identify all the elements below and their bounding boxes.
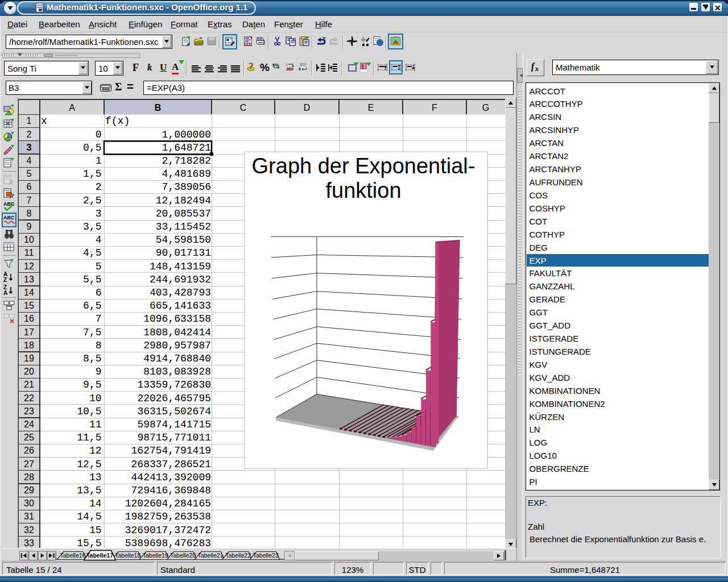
svg-text:10,5: 10,5 (77, 406, 101, 417)
svg-text:4,481689: 4,481689 (162, 168, 211, 180)
svg-text:Tabelle23: Tabelle23 (253, 552, 279, 559)
svg-text:25: 25 (24, 433, 34, 442)
svg-text:9,5: 9,5 (83, 379, 101, 390)
svg-text:.000: .000 (299, 63, 307, 66)
svg-text:13,5: 13,5 (77, 485, 101, 496)
svg-text:14: 14 (24, 288, 34, 297)
svg-text:54,598150: 54,598150 (156, 234, 211, 246)
svg-text:442413,392009: 442413,392009 (131, 472, 211, 483)
svg-text:F: F (432, 103, 437, 113)
svg-text:15: 15 (24, 301, 34, 310)
svg-text:Tabelle19: Tabelle19 (143, 552, 168, 559)
svg-text:13: 13 (89, 472, 102, 483)
svg-text:9: 9 (96, 366, 102, 377)
svg-text:2: 2 (96, 181, 102, 193)
svg-text:3: 3 (96, 208, 102, 219)
svg-text:31: 31 (24, 512, 34, 521)
svg-text:4: 4 (96, 234, 102, 246)
svg-text:2,5: 2,5 (83, 195, 101, 206)
svg-text:23: 23 (24, 406, 34, 416)
svg-text:90,017131: 90,017131 (156, 247, 211, 259)
svg-text:1: 1 (27, 116, 32, 126)
svg-text:Z: Z (3, 277, 7, 283)
svg-text:Tabelle17: Tabelle17 (86, 552, 113, 559)
svg-text:403,428793: 403,428793 (150, 287, 211, 298)
svg-text:9: 9 (27, 222, 32, 231)
svg-text:16: 16 (24, 314, 34, 323)
svg-text:4,5: 4,5 (83, 247, 101, 259)
svg-text:7: 7 (27, 196, 32, 205)
svg-text:Tabelle21: Tabelle21 (198, 552, 224, 559)
svg-text:19: 19 (24, 354, 34, 363)
svg-text:32: 32 (24, 525, 34, 535)
svg-text:5389698,476283: 5389698,476283 (125, 538, 211, 549)
svg-text:Tabelle20: Tabelle20 (170, 552, 196, 559)
svg-text:0: 0 (299, 67, 301, 71)
svg-text:5: 5 (27, 169, 32, 178)
svg-text:3: 3 (27, 143, 32, 152)
svg-text:15,5: 15,5 (77, 538, 101, 549)
svg-text:2: 2 (27, 130, 32, 139)
svg-text:18: 18 (24, 340, 34, 350)
svg-text:268337,286521: 268337,286521 (131, 459, 211, 470)
svg-text:5,5: 5,5 (83, 274, 101, 285)
svg-text:6,5: 6,5 (83, 300, 101, 311)
svg-text:1,5: 1,5 (83, 168, 101, 180)
svg-text:1982759,263538: 1982759,263538 (125, 511, 211, 522)
svg-text:0,5: 0,5 (83, 142, 101, 153)
svg-text:A: A (3, 290, 7, 296)
svg-text:A: A (69, 103, 75, 113)
svg-text:17: 17 (24, 327, 34, 337)
svg-text:C: C (240, 103, 247, 113)
svg-text:15: 15 (89, 525, 102, 536)
svg-text:0: 0 (96, 129, 102, 140)
svg-text:148,413159: 148,413159 (150, 261, 211, 272)
svg-text:12,5: 12,5 (77, 459, 101, 470)
svg-text:7,389056: 7,389056 (162, 181, 211, 193)
svg-text:33,115452: 33,115452 (156, 221, 211, 232)
svg-text:729416,369848: 729416,369848 (131, 485, 211, 496)
svg-text:1,000000: 1,000000 (162, 129, 211, 140)
svg-text:29: 29 (24, 485, 34, 495)
svg-text:28: 28 (24, 472, 34, 482)
svg-text:6: 6 (27, 182, 32, 192)
svg-text:33: 33 (24, 538, 34, 548)
svg-text:Tabelle16: Tabelle16 (60, 552, 86, 559)
svg-text:4914,768840: 4914,768840 (143, 353, 211, 364)
svg-text:162754,791419: 162754,791419 (131, 445, 211, 456)
svg-text:665,141633: 665,141633 (150, 300, 211, 311)
svg-text:8103,083928: 8103,083928 (143, 366, 211, 377)
svg-text:ABC: ABC (3, 215, 15, 221)
svg-text:20: 20 (24, 367, 34, 376)
svg-text:5: 5 (96, 261, 102, 272)
svg-text:0: 0 (286, 63, 288, 66)
svg-text:8,5: 8,5 (83, 353, 101, 364)
svg-text:Tabelle22: Tabelle22 (225, 552, 251, 559)
svg-text:1202604,284165: 1202604,284165 (125, 498, 211, 509)
svg-text:10: 10 (24, 235, 34, 244)
svg-text:14,5: 14,5 (77, 511, 101, 522)
svg-text:11,5: 11,5 (77, 432, 101, 443)
svg-text:26: 26 (24, 446, 34, 455)
svg-text:30: 30 (24, 498, 34, 508)
svg-text:1808,042414: 1808,042414 (143, 327, 211, 338)
svg-text:8: 8 (96, 340, 102, 351)
svg-text:7: 7 (96, 313, 102, 325)
svg-text:21: 21 (24, 380, 34, 389)
svg-text:funktion: funktion (325, 178, 401, 202)
svg-text:1: 1 (96, 155, 102, 167)
svg-text:B: B (155, 103, 162, 113)
svg-text:11: 11 (24, 248, 34, 257)
svg-text:.000: .000 (286, 67, 293, 71)
svg-text:59874,141715: 59874,141715 (137, 419, 211, 430)
svg-text:244,691932: 244,691932 (150, 274, 211, 285)
svg-text:12: 12 (24, 261, 34, 271)
svg-text:22026,465795: 22026,465795 (137, 393, 211, 404)
svg-text:6: 6 (96, 287, 102, 298)
svg-text:Graph der Exponential-: Graph der Exponential- (252, 154, 475, 178)
svg-text:D: D (304, 103, 311, 113)
svg-text:1096,633158: 1096,633158 (143, 313, 211, 325)
svg-text:E: E (368, 103, 374, 113)
svg-text:12: 12 (89, 445, 102, 456)
svg-text:13359,726830: 13359,726830 (137, 379, 211, 390)
